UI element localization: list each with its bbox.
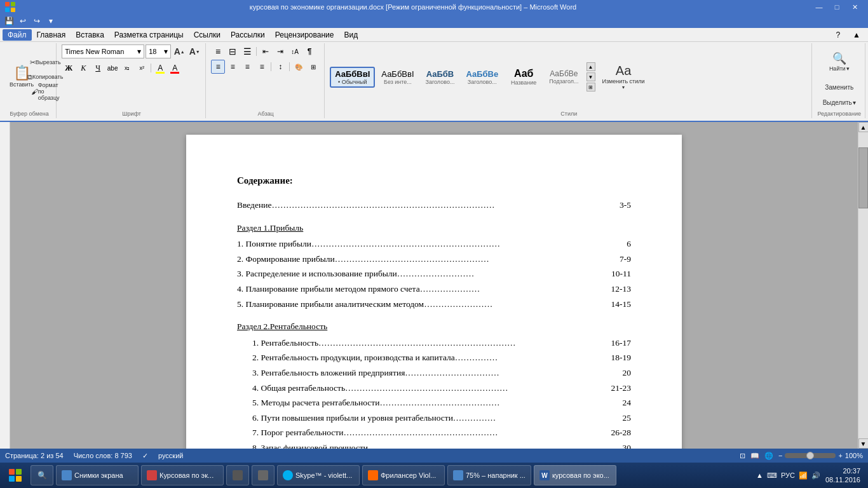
- taskbar-kursovaya1[interactable]: Курсовая по эк...: [141, 465, 224, 485]
- align-left-button[interactable]: ≡: [211, 60, 225, 74]
- text-highlight-button[interactable]: А: [153, 61, 167, 75]
- font-name-select[interactable]: Times New Roman ▾: [62, 44, 144, 58]
- toc-s2-2: 2. Рентабельность продукции, производств…: [237, 351, 631, 365]
- align-right-button[interactable]: ≡: [240, 60, 254, 74]
- style-subtitle[interactable]: АаБбВе Подзагол...: [544, 67, 583, 87]
- qa-customize-button[interactable]: ▾: [44, 15, 57, 27]
- style-heading1[interactable]: АаБбВ Заголово...: [421, 67, 460, 88]
- decrease-font-button[interactable]: A▼: [187, 44, 201, 58]
- help-button[interactable]: ?: [831, 29, 845, 41]
- zoom-slider-thumb[interactable]: [806, 452, 814, 459]
- change-styles-button[interactable]: Аа Изменить стили ▾: [599, 60, 648, 94]
- scroll-down-button[interactable]: ▼: [858, 438, 869, 449]
- layout-icon[interactable]: ⊡: [740, 452, 745, 460]
- decrease-indent-button[interactable]: ⇤: [259, 44, 273, 58]
- minimize-button[interactable]: —: [811, 1, 827, 13]
- menu-layout[interactable]: Разметка страницы: [109, 29, 189, 41]
- menu-view[interactable]: Вид: [339, 29, 363, 41]
- justify-button[interactable]: ≡: [255, 60, 269, 74]
- cut-button[interactable]: ✂ Вырезать: [38, 55, 52, 69]
- style-heading2[interactable]: АаБбВе Заголово...: [461, 67, 503, 88]
- ribbon: 📋 Вставить ✂ Вырезать ⧉ Копировать 🖌 Фор…: [0, 42, 868, 122]
- shading-button[interactable]: 🎨: [292, 60, 306, 74]
- taskbar-btn4[interactable]: [252, 465, 275, 485]
- start-button[interactable]: [3, 464, 28, 487]
- vertical-scrollbar[interactable]: ▲ ▼: [858, 122, 868, 449]
- style-normal[interactable]: АаБбВвI • Обычный: [330, 67, 375, 88]
- section2-heading: Раздел 2.Рентабельность: [237, 320, 631, 334]
- show-paragraph-button[interactable]: ¶: [302, 44, 316, 58]
- toc-s2-4: 4. Общая рентабельность………………………………………………: [237, 381, 631, 395]
- status-right: ⊡ 📖 🌐 − + 100%: [740, 452, 863, 460]
- bullets-button[interactable]: ≡: [211, 44, 225, 58]
- maximize-button[interactable]: □: [829, 1, 845, 13]
- close-button[interactable]: ✕: [846, 1, 863, 13]
- qa-redo-button[interactable]: ↪: [31, 15, 43, 27]
- menu-file[interactable]: Файл: [3, 29, 32, 41]
- document-area[interactable]: Содержание: Введение………………………………………………………: [10, 122, 858, 449]
- replace-button[interactable]: Заменить: [822, 80, 857, 94]
- toc-s2-7: 7. Порог рентабельности………………………………………………: [237, 426, 631, 440]
- qa-undo-button[interactable]: ↩: [17, 15, 29, 27]
- clipboard-group: 📋 Вставить ✂ Вырезать ⧉ Копировать 🖌 Фор…: [3, 43, 57, 118]
- menu-home[interactable]: Главная: [32, 29, 71, 41]
- web-icon[interactable]: 🌐: [764, 452, 773, 460]
- taskbar-search-button[interactable]: 🔍: [31, 465, 53, 485]
- style-no-interval[interactable]: АаБбВвI Без инте...: [376, 67, 419, 88]
- minimize-ribbon-button[interactable]: ▲: [848, 29, 865, 41]
- find-button[interactable]: 🔍 Найти ▾: [820, 44, 858, 79]
- numbering-button[interactable]: ⊟: [226, 44, 240, 58]
- tray-volume-icon[interactable]: 🔊: [811, 471, 820, 480]
- taskbar-freelancer[interactable]: Фрилансер Viol...: [362, 465, 445, 485]
- format-painter-button[interactable]: 🖌 Формат по образцу: [38, 85, 52, 98]
- read-icon[interactable]: 📖: [750, 452, 759, 460]
- strikethrough-button[interactable]: abe: [105, 61, 119, 75]
- scroll-up-button[interactable]: ▲: [858, 122, 869, 132]
- taskbar-kursovaya-word[interactable]: W курсовая по эко...: [534, 465, 616, 485]
- style-title[interactable]: Ааб Название: [505, 65, 543, 88]
- menu-review[interactable]: Рецензирование: [270, 29, 339, 41]
- tray-keyboard-icon[interactable]: ⌨: [767, 471, 777, 480]
- toc-s2-6: 6. Пути повышения прибыли и уровня рента…: [237, 411, 631, 425]
- scroll-thumb[interactable]: [858, 147, 868, 208]
- taskbar-75percent[interactable]: 75% – напарник ...: [447, 465, 531, 485]
- tray-wifi-icon[interactable]: 📶: [799, 471, 808, 480]
- scroll-track[interactable]: [858, 132, 868, 438]
- bold-button[interactable]: Ж: [62, 61, 76, 75]
- taskbar-btn3[interactable]: [226, 465, 249, 485]
- toc-s1-1: 1. Понятие прибыли……………………………………………………………: [237, 237, 631, 251]
- tray-language-icon[interactable]: РУС: [781, 471, 795, 479]
- sep3: [271, 62, 271, 71]
- align-center-button[interactable]: ≡: [226, 60, 240, 74]
- select-button[interactable]: Выделить▾: [820, 95, 859, 109]
- sort-button[interactable]: ↕A: [288, 44, 302, 58]
- superscript-button[interactable]: х²: [135, 61, 149, 75]
- taskbar-skype[interactable]: Skype™ - violett...: [277, 465, 360, 485]
- title-bar: курсовая по экономике организации.docx […: [0, 0, 868, 14]
- menu-references[interactable]: Ссылки: [189, 29, 226, 41]
- toc-s1-4: 4. Планирование прибыли методом прямого …: [237, 282, 631, 296]
- multilevel-list-button[interactable]: ☰: [240, 44, 254, 58]
- menu-mailings[interactable]: Рассылки: [226, 29, 270, 41]
- zoom-in-button[interactable]: +: [838, 452, 842, 459]
- increase-font-button[interactable]: A▲: [172, 44, 186, 58]
- zoom-control[interactable]: − + 100%: [778, 452, 863, 459]
- status-bar: Страница: 2 из 54 Число слов: 8 793 ✓ ру…: [0, 449, 868, 463]
- tray-arrow-icon[interactable]: ▲: [756, 471, 763, 479]
- zoom-slider[interactable]: [785, 453, 836, 458]
- taskbar-screenshots[interactable]: Снимки экрана: [56, 465, 139, 485]
- styles-scroll[interactable]: ▲ ▼ ⊞: [587, 62, 595, 92]
- underline-button[interactable]: Ч: [91, 61, 105, 75]
- subscript-button[interactable]: х₂: [120, 61, 134, 75]
- italic-button[interactable]: К: [76, 61, 90, 75]
- borders-button[interactable]: ⊞: [306, 60, 320, 74]
- zoom-out-button[interactable]: −: [778, 452, 782, 459]
- qa-save-button[interactable]: 💾: [3, 15, 15, 27]
- font-size-select[interactable]: 18 ▾: [146, 44, 171, 58]
- font-color-button[interactable]: А: [168, 61, 182, 75]
- increase-indent-button[interactable]: ⇥: [273, 44, 287, 58]
- line-spacing-button[interactable]: ↕: [273, 60, 287, 74]
- language-indicator[interactable]: русский: [158, 452, 183, 459]
- tray-clock[interactable]: 20:37 08.11.2016: [825, 466, 860, 485]
- menu-insert[interactable]: Вставка: [71, 29, 109, 41]
